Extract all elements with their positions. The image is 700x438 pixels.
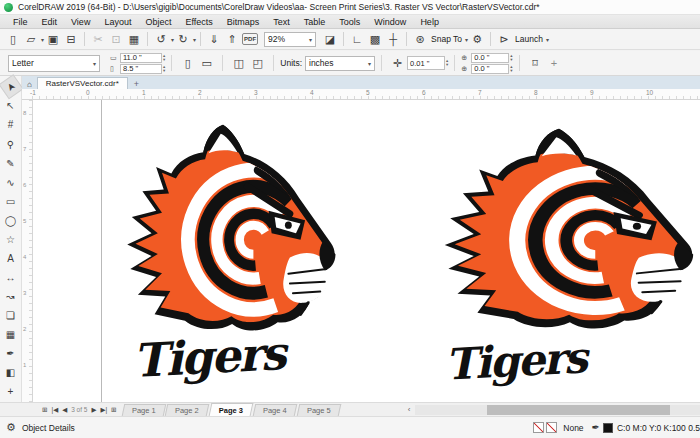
horizontal-scrollbar-thumb[interactable] xyxy=(487,405,670,415)
import-icon[interactable]: ⇓ xyxy=(206,31,222,47)
menu-item-text[interactable]: Text xyxy=(266,17,297,27)
chevron-down-icon[interactable]: ▾ xyxy=(41,36,44,43)
page-tab-page-3[interactable]: Page 3 xyxy=(209,403,254,416)
treat-as-filled-button[interactable]: ⌑ xyxy=(527,55,544,71)
artistic-media-tool-icon[interactable]: ∿ xyxy=(2,173,20,191)
page-sorter-icon[interactable]: ⊞ xyxy=(40,406,49,414)
status-gear-icon[interactable]: ⚙ xyxy=(6,421,16,434)
horizontal-ruler[interactable]: -1012345678910 xyxy=(22,89,700,100)
page-tab-page-4[interactable]: Page 4 xyxy=(253,404,297,416)
current-page-button[interactable]: ◰ xyxy=(249,55,266,71)
h-ruler-number: 5 xyxy=(366,89,370,96)
snap-to-label[interactable]: Snap To xyxy=(431,34,462,44)
outline-color-swatch[interactable] xyxy=(603,423,613,433)
vertical-ruler[interactable]: 87654321 xyxy=(22,100,33,402)
customize-propbar-button[interactable]: + xyxy=(546,55,563,71)
snap-to-icon[interactable]: ⊛ xyxy=(412,31,428,47)
duplicate-y-spinner[interactable]: ▴▾ xyxy=(510,65,512,73)
freehand-tool-icon[interactable]: ✎ xyxy=(2,154,20,172)
page-height-spinner[interactable]: ▴▾ xyxy=(163,65,165,73)
menu-item-bitmaps[interactable]: Bitmaps xyxy=(220,17,267,27)
undo-icon[interactable]: ↺ xyxy=(153,31,169,47)
drop-shadow-tool-icon[interactable]: ❏ xyxy=(2,307,20,325)
text-tool-icon[interactable]: A xyxy=(2,250,20,268)
print-icon[interactable]: ⊟ xyxy=(63,31,79,47)
add-page-icon[interactable]: ⊞ xyxy=(109,406,118,414)
menu-item-window[interactable]: Window xyxy=(367,17,413,27)
tiger-logo-raster[interactable] xyxy=(109,120,337,332)
home-icon[interactable]: ⌂ xyxy=(22,80,37,89)
paste-icon[interactable]: ▦ xyxy=(126,31,142,47)
dimension-tool-icon[interactable]: ↔ xyxy=(2,269,20,287)
show-grid-icon[interactable]: ▩ xyxy=(367,31,383,47)
crop-tool-icon[interactable]: # xyxy=(2,116,20,134)
page-width-input[interactable]: 11.0 " xyxy=(120,53,162,63)
new-document-tab-button[interactable]: + xyxy=(128,79,145,89)
menu-item-table[interactable]: Table xyxy=(297,17,333,27)
next-page-button[interactable]: ▶ xyxy=(89,406,98,414)
shape-tool-icon[interactable]: ↖ xyxy=(2,97,20,115)
show-guidelines-icon[interactable]: ┼ xyxy=(385,31,401,47)
first-page-button[interactable]: |◀ xyxy=(49,406,60,414)
save-icon[interactable]: ▣ xyxy=(45,31,61,47)
polygon-tool-icon[interactable]: ☆ xyxy=(2,231,20,249)
duplicate-y-input[interactable]: 0.0 " xyxy=(471,64,509,74)
menu-item-help[interactable]: Help xyxy=(413,17,446,27)
menu-item-layout[interactable]: Layout xyxy=(97,17,138,27)
connector-tool-icon[interactable]: ↝ xyxy=(2,288,20,306)
fullscreen-preview-icon[interactable]: ◪ xyxy=(322,31,338,47)
menu-item-edit[interactable]: Edit xyxy=(35,17,65,27)
document-tab[interactable]: RasterVSVector.cdr* xyxy=(37,77,128,89)
rectangle-tool-icon[interactable]: ▭ xyxy=(2,192,20,210)
menu-item-file[interactable]: File xyxy=(6,17,35,27)
horizontal-scrollbar[interactable] xyxy=(415,405,700,415)
page-tab-page-2[interactable]: Page 2 xyxy=(165,404,209,416)
ellipse-tool-icon[interactable]: ◯ xyxy=(2,211,20,229)
eyedropper-tool-icon[interactable]: ✒ xyxy=(2,345,20,363)
show-rulers-icon[interactable]: ∟ xyxy=(349,31,365,47)
menu-item-effects[interactable]: Effects xyxy=(178,17,219,27)
tigers-script-text-right[interactable]: Tigers xyxy=(444,332,587,389)
nudge-distance-input[interactable]: 0.01 " xyxy=(407,56,445,70)
v-ruler-number: 4 xyxy=(23,254,26,260)
pick-tool-icon[interactable]: ➤ xyxy=(0,74,23,99)
zoom-level-select[interactable]: 92%▾ xyxy=(264,32,316,47)
drawing-canvas[interactable]: Tigers Tigers xyxy=(33,100,700,402)
chevron-down-icon[interactable]: ▾ xyxy=(171,36,174,43)
new-document-icon[interactable]: ▯ xyxy=(5,31,21,47)
launch-icon[interactable]: ⊳ xyxy=(496,31,512,47)
tigers-script-text-left[interactable]: Tigers xyxy=(132,326,286,388)
options-gear-icon[interactable]: ⚙ xyxy=(469,31,485,47)
chevron-down-icon[interactable]: ▾ xyxy=(193,36,196,43)
menu-item-object[interactable]: Object xyxy=(138,17,178,27)
fill-none-icon[interactable] xyxy=(533,422,544,433)
duplicate-x-spinner[interactable]: ▴▾ xyxy=(510,54,512,62)
duplicate-x-input[interactable]: 0.0 " xyxy=(471,53,509,63)
last-page-button[interactable]: ▶| xyxy=(98,406,109,414)
page-tab-page-1[interactable]: Page 1 xyxy=(121,404,165,416)
landscape-orientation-button[interactable]: ▭ xyxy=(198,55,215,71)
menu-item-view[interactable]: View xyxy=(64,17,97,27)
page-tab-page-5[interactable]: Page 5 xyxy=(297,404,341,416)
outline-none-icon[interactable] xyxy=(546,422,557,433)
menu-item-tools[interactable]: Tools xyxy=(332,17,367,27)
transparency-tool-icon[interactable]: ▦ xyxy=(2,326,20,344)
page-width-spinner[interactable]: ▴▾ xyxy=(163,54,165,62)
tiger-logo-vector[interactable] xyxy=(423,124,695,330)
zoom-tool-icon[interactable]: ⚲ xyxy=(2,135,20,153)
portrait-orientation-button[interactable]: ▯ xyxy=(179,55,196,71)
interactive-fill-tool-icon[interactable]: ◧ xyxy=(2,364,20,382)
units-select[interactable]: inches ▾ xyxy=(305,56,375,71)
redo-icon[interactable]: ↻ xyxy=(175,31,191,47)
add-tools-button-icon[interactable]: + xyxy=(2,383,20,401)
launch-label[interactable]: Launch xyxy=(515,34,543,44)
export-icon[interactable]: ⇑ xyxy=(224,31,240,47)
nudge-spinner[interactable]: ▴▾ xyxy=(446,59,448,67)
pdf-icon[interactable]: PDF xyxy=(242,33,258,45)
page-size-select[interactable]: Letter ▾ xyxy=(8,55,100,72)
tab-scroll-left-button[interactable]: ‹ xyxy=(408,405,411,414)
page-height-input[interactable]: 8.5 " xyxy=(120,64,162,74)
open-icon[interactable]: ▱ xyxy=(23,31,39,47)
all-pages-button[interactable]: ◫ xyxy=(230,55,247,71)
previous-page-button[interactable]: ◀ xyxy=(60,406,69,414)
